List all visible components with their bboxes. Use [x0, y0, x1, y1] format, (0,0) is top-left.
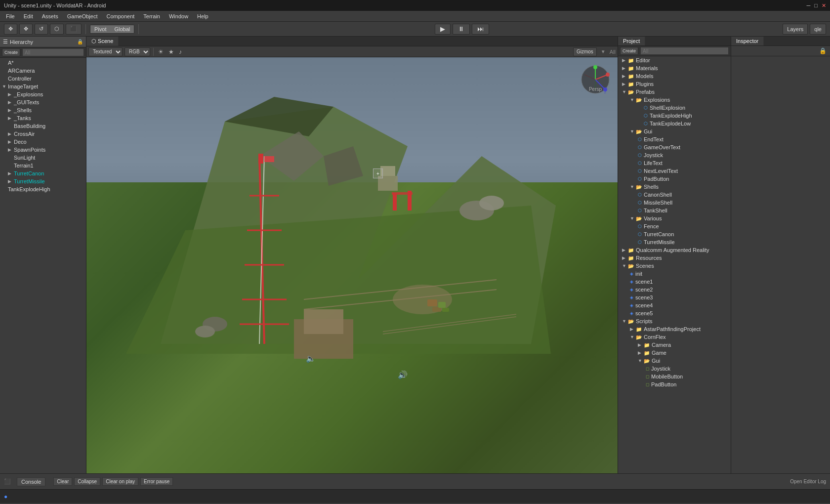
proj-item-scene4[interactable]: ◈ scene4: [618, 301, 731, 309]
play-btn[interactable]: ▶: [435, 24, 451, 35]
proj-item-padbutton-script[interactable]: ◻ PadButton: [618, 380, 731, 388]
hierarchy-item-controller[interactable]: Controller: [0, 75, 86, 83]
proj-item-scene5[interactable]: ◈ scene5: [618, 309, 731, 317]
proj-item-missileshell[interactable]: ⬡ MissileShell: [618, 199, 731, 207]
proj-item-various-folder[interactable]: ▼ 📂 Various: [618, 214, 731, 222]
menu-window[interactable]: Window: [165, 12, 192, 20]
hierarchy-item-explosions[interactable]: ▶ _Explosions: [0, 90, 86, 98]
proj-item-joystick[interactable]: ⬡ Joystick: [618, 151, 731, 159]
hierarchy-item-astar[interactable]: A*: [0, 59, 86, 67]
layers-dropdown[interactable]: Layers: [783, 24, 808, 35]
proj-item-canonshell[interactable]: ⬡ CanonShell: [618, 191, 731, 199]
menu-edit[interactable]: Edit: [20, 12, 37, 20]
menu-help[interactable]: Help: [193, 12, 212, 20]
proj-item-scene1[interactable]: ◈ scene1: [618, 278, 731, 286]
proj-item-editor[interactable]: ▶ 📁 Editor: [618, 56, 731, 64]
proj-item-lifetext[interactable]: ⬡ LifeText: [618, 159, 731, 167]
proj-item-turretcanon-prefab[interactable]: ⬡ TurretCanon: [618, 230, 731, 238]
proj-item-scripts-folder[interactable]: ▼ 📂 Scripts: [618, 317, 731, 325]
hierarchy-create-btn[interactable]: Create: [2, 48, 20, 56]
open-editor-log-btn[interactable]: Open Editor Log: [790, 479, 826, 484]
inspector-tab[interactable]: Inspector: [731, 37, 764, 45]
hierarchy-item-imagetarget[interactable]: ▼ ImageTarget: [0, 83, 86, 90]
proj-item-prefabs[interactable]: ▼ 📂 Prefabs: [618, 88, 731, 96]
proj-item-tankshell[interactable]: ⬡ TankShell: [618, 207, 731, 214]
console-tab[interactable]: Console: [17, 477, 45, 486]
hierarchy-item-arcamera[interactable]: ARCamera: [0, 67, 86, 75]
console-errorpause-btn[interactable]: Error pause: [140, 477, 173, 486]
pivot-btn[interactable]: Pivot: [90, 25, 110, 33]
hierarchy-item-crossair[interactable]: ▶ CrossAir: [0, 130, 86, 138]
proj-item-padbutton[interactable]: ⬡ PadButton: [618, 175, 731, 183]
minimize-btn[interactable]: ─: [807, 2, 811, 9]
proj-item-joystick-script[interactable]: ◻ Joystick: [618, 365, 731, 373]
proj-item-gameovertext[interactable]: ⬡ GameOverText: [618, 143, 731, 151]
proj-item-cornflex[interactable]: ▼ 📂 CornFlex: [618, 333, 731, 341]
console-clearonplay-btn[interactable]: Clear on play: [102, 477, 138, 486]
hierarchy-item-spawnpoints[interactable]: ▶ SpawnPoints: [0, 146, 86, 154]
proj-item-endtext[interactable]: ⬡ EndText: [618, 135, 731, 143]
hierarchy-item-shells[interactable]: ▶ _Shells: [0, 106, 86, 114]
menu-assets[interactable]: Assets: [38, 12, 62, 20]
proj-item-tankexplodelow[interactable]: ⬡ TankExplodeLow: [618, 120, 731, 127]
proj-item-turretmissile-prefab[interactable]: ⬡ TurretMissile: [618, 238, 731, 246]
tool-move[interactable]: ✥: [19, 24, 33, 35]
hierarchy-item-deco[interactable]: ▶ Deco: [0, 138, 86, 146]
scene-view[interactable]: 🔈 🔊 Y X: [86, 57, 618, 473]
close-btn[interactable]: ✕: [822, 2, 826, 9]
project-search[interactable]: [640, 47, 729, 55]
menu-component[interactable]: Component: [102, 12, 138, 20]
tool-rect[interactable]: ⬛: [66, 24, 82, 35]
textured-dropdown[interactable]: Textured: [88, 47, 123, 56]
pause-btn[interactable]: ⏸: [453, 24, 470, 35]
proj-item-tankexplodehigh[interactable]: ⬡ TankExplodeHigh: [618, 112, 731, 120]
proj-item-gui2-folder[interactable]: ▼ 📂 Gui: [618, 357, 731, 365]
global-btn[interactable]: Global: [110, 25, 134, 33]
rgb-dropdown[interactable]: RGB: [124, 47, 150, 56]
project-create-btn[interactable]: Create: [620, 47, 638, 55]
proj-item-shells-folder[interactable]: ▼ 📂 Shells: [618, 183, 731, 191]
hierarchy-item-tankexplodehigh[interactable]: TankExplodeHigh: [0, 185, 86, 193]
proj-item-gui-folder[interactable]: ▼ 📂 Gui: [618, 127, 731, 135]
proj-item-plugins[interactable]: ▶ 📁 Plugins: [618, 80, 731, 88]
proj-item-astar[interactable]: ▶ 📁 AstarPathfindingProject: [618, 325, 731, 333]
fx-icon[interactable]: ★: [167, 48, 175, 56]
audio-icon[interactable]: ♪: [177, 48, 183, 56]
proj-item-game-folder[interactable]: ▶ 📁 Game: [618, 349, 731, 357]
console-collapse-btn[interactable]: Collapse: [74, 477, 100, 486]
proj-item-scenes-folder[interactable]: ▼ 📂 Scenes: [618, 262, 731, 270]
proj-item-nextleveltext[interactable]: ⬡ NextLevelText: [618, 167, 731, 175]
proj-item-resources[interactable]: ▶ 📁 Resources: [618, 254, 731, 262]
tool-hand[interactable]: ✥: [4, 24, 17, 35]
scene-tab[interactable]: ⬡ Scene: [86, 37, 119, 46]
sun-icon[interactable]: ☀: [157, 48, 165, 56]
hierarchy-item-terrain1[interactable]: Terrain1: [0, 162, 86, 169]
proj-item-models[interactable]: ▶ 📁 Models: [618, 72, 731, 80]
proj-item-scene3[interactable]: ◈ scene3: [618, 294, 731, 301]
hierarchy-item-basebuilding[interactable]: BaseBuilding: [0, 122, 86, 130]
hierarchy-item-guitexts[interactable]: ▶ _GUITexts: [0, 98, 86, 106]
proj-item-explosions-folder[interactable]: ▼ 📂 Explosions: [618, 96, 731, 104]
hierarchy-item-tanks[interactable]: ▶ _Tanks: [0, 114, 86, 122]
proj-item-shellexplosion[interactable]: ⬡ ShellExplosion: [618, 104, 731, 112]
proj-item-qualcomm[interactable]: ▶ 📁 Qualcomm Augmented Reality: [618, 246, 731, 254]
tool-rotate[interactable]: ↺: [35, 24, 48, 35]
menu-terrain[interactable]: Terrain: [139, 12, 164, 20]
menu-gameobject[interactable]: GameObject: [63, 12, 102, 20]
proj-item-camera-folder[interactable]: ▶ 📁 Camera: [618, 341, 731, 349]
proj-item-scene2[interactable]: ◈ scene2: [618, 286, 731, 294]
proj-item-fence[interactable]: ⬡ Fence: [618, 222, 731, 230]
layout-dropdown[interactable]: qle: [810, 24, 826, 35]
hierarchy-item-turretcanon[interactable]: ▶ TurretCanon: [0, 169, 86, 177]
proj-item-materials[interactable]: ▶ 📁 Materials: [618, 64, 731, 72]
maximize-btn[interactable]: □: [814, 2, 818, 9]
hierarchy-item-sunlight[interactable]: SunLight: [0, 154, 86, 162]
tool-scale[interactable]: ⬡: [50, 24, 64, 35]
inspector-lock-btn[interactable]: 🔒: [818, 47, 828, 55]
hierarchy-item-turretmissile[interactable]: ▶ TurretMissile: [0, 177, 86, 185]
console-clear-btn[interactable]: Clear: [53, 477, 72, 486]
gizmos-btn[interactable]: Gizmos: [573, 47, 597, 56]
step-btn[interactable]: ⏭: [472, 24, 489, 35]
proj-item-init[interactable]: ◈ init: [618, 270, 731, 278]
menu-file[interactable]: File: [2, 12, 19, 20]
